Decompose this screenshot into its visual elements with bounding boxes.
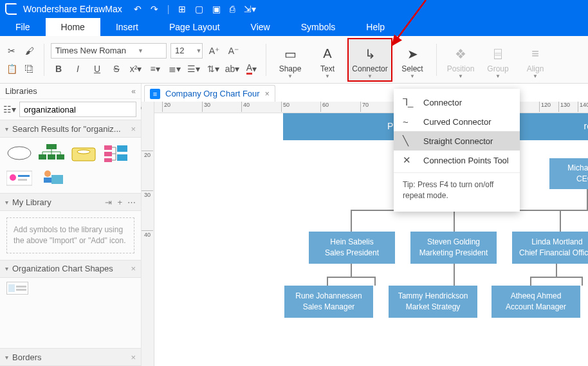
- save-icon[interactable]: ▣: [212, 4, 221, 14]
- points-icon: ✕: [403, 154, 414, 166]
- org-card-shape[interactable]: [6, 282, 28, 295]
- svg-rect-9: [104, 158, 112, 162]
- menu-file[interactable]: File: [0, 18, 46, 36]
- menu-help[interactable]: Help: [351, 18, 400, 36]
- shape-button[interactable]: ▭ Shape▼: [273, 39, 308, 80]
- ribbon: ✂ 📋 🖌 ⿻ Times New Roman▼ 12▼ A⁺ A⁻ B I U…: [0, 36, 588, 84]
- document-tab[interactable]: ≡ Company Org Chart Four ×: [144, 85, 275, 102]
- app-title: Wondershare EdrawMax: [23, 4, 122, 14]
- menu-straight-connector[interactable]: ╲Straight Connector: [394, 131, 520, 151]
- menu-home[interactable]: Home: [46, 18, 100, 36]
- svg-rect-3: [48, 154, 55, 160]
- close-icon[interactable]: ×: [131, 352, 136, 362]
- marketing-president-box[interactable]: Steven GoldingMarketing President: [410, 232, 497, 264]
- text-icon: A: [320, 46, 335, 62]
- menu-page-layout[interactable]: Page Layout: [154, 18, 235, 36]
- decrease-font-icon[interactable]: A⁻: [226, 43, 241, 59]
- ellipse-shape[interactable]: [6, 144, 32, 162]
- redo-icon[interactable]: ↷: [151, 4, 158, 14]
- scanner-shape[interactable]: [71, 144, 96, 162]
- align-button[interactable]: ≡ Align▼: [518, 39, 553, 80]
- bullets-icon[interactable]: ≡▾: [147, 61, 163, 77]
- account-manager-box[interactable]: Atheeq AhmedAccount Manager: [492, 286, 580, 318]
- panel-borders[interactable]: ▾ Borders ×: [0, 348, 141, 366]
- close-tab-icon[interactable]: ×: [265, 89, 270, 98]
- svg-rect-2: [39, 154, 46, 160]
- export-icon[interactable]: ⇲▾: [244, 4, 256, 14]
- panel-my-library[interactable]: ▾ My Library ⇥ + ⋯: [0, 193, 141, 211]
- desk-person-shape[interactable]: [39, 169, 64, 187]
- paste-icon[interactable]: 📋: [4, 61, 19, 77]
- sales-president-box[interactable]: Hein SabelisSales President: [309, 232, 395, 264]
- connector-dropdown: ⅂_Connector ~Curved Connector ╲Straight …: [394, 89, 520, 212]
- vertical-ruler: 20 30 40: [142, 102, 154, 366]
- select-button[interactable]: ➤ Select▼: [395, 39, 430, 80]
- new-icon[interactable]: ⊞: [178, 4, 186, 14]
- cfo-box[interactable]: Linda MortlandChief Financial Officer: [512, 232, 588, 264]
- superscript-icon[interactable]: x²▾: [128, 61, 143, 77]
- more-icon[interactable]: ⋯: [127, 197, 136, 207]
- format-painter-icon[interactable]: 🖌: [22, 43, 37, 59]
- menu-connection-points[interactable]: ✕Connection Points Tool: [394, 151, 520, 170]
- menu-curved-connector[interactable]: ~Curved Connector: [394, 112, 520, 131]
- shape-icon: ▭: [282, 46, 298, 62]
- linespacing-icon[interactable]: ⇅▾: [205, 61, 221, 77]
- search-result-shapes: [0, 138, 141, 193]
- market-strategy-box[interactable]: Tammy HendricksonMarket Strategy: [389, 286, 477, 318]
- chevron-down-icon: ▾: [5, 125, 8, 133]
- print-icon[interactable]: ⎙: [230, 4, 235, 14]
- position-button[interactable]: ❖ Position▼: [443, 39, 478, 80]
- orgchart-shape[interactable]: [39, 144, 64, 162]
- cut-icon[interactable]: ✂: [4, 43, 19, 59]
- quick-access-toolbar: ↶ ↷ | ⊞ ▢ ▣ ⎙ ⇲▾: [134, 4, 257, 14]
- ceo-box[interactable]: Michael D CEO: [549, 158, 588, 189]
- svg-rect-1: [46, 144, 57, 149]
- svg-rect-14: [18, 175, 30, 177]
- search-input[interactable]: [19, 102, 136, 117]
- undo-icon[interactable]: ↶: [134, 4, 142, 14]
- numbering-icon[interactable]: ≣▾: [167, 61, 182, 77]
- layers-icon: ❖: [453, 46, 468, 62]
- menu-view[interactable]: View: [235, 18, 286, 36]
- svg-rect-8: [104, 152, 112, 156]
- menu-connector[interactable]: ⅂_Connector: [394, 93, 520, 112]
- svg-rect-17: [44, 178, 51, 183]
- close-icon[interactable]: ×: [131, 264, 136, 273]
- svg-rect-4: [57, 154, 64, 160]
- import-icon[interactable]: ⇥: [105, 197, 112, 207]
- copy-icon[interactable]: ⿻: [22, 61, 37, 77]
- chevron-down-icon: ▾: [5, 199, 8, 206]
- sales-manager-box[interactable]: Rune JohannessenSales Manager: [284, 286, 373, 318]
- collapse-icon[interactable]: «: [131, 87, 136, 96]
- svg-rect-10: [117, 145, 127, 152]
- panel-search-results[interactable]: ▾ Search Results for "organiz... ×: [0, 120, 141, 138]
- svg-point-6: [77, 150, 90, 154]
- menu-insert[interactable]: Insert: [100, 18, 154, 36]
- menu-symbols[interactable]: Symbols: [286, 18, 351, 36]
- open-icon[interactable]: ▢: [195, 4, 203, 14]
- text-button[interactable]: A Text▼: [310, 39, 345, 80]
- structure-shape[interactable]: [103, 144, 129, 162]
- italic-icon[interactable]: I: [70, 61, 86, 77]
- connector-icon: ⅂_: [403, 96, 414, 108]
- add-icon[interactable]: +: [117, 197, 122, 207]
- underline-icon[interactable]: U: [89, 61, 105, 77]
- increase-font-icon[interactable]: A⁺: [207, 43, 222, 59]
- highlight-icon[interactable]: ab▾: [225, 61, 240, 77]
- align-icon[interactable]: ☰▾: [186, 61, 201, 77]
- canvas[interactable]: ≡ Company Org Chart Four × 20 30 40 50 6…: [142, 84, 588, 366]
- fontcolor-icon[interactable]: A▾: [244, 61, 259, 77]
- library-icon[interactable]: ☷▾: [4, 104, 15, 115]
- font-select[interactable]: Times New Roman▼: [51, 43, 167, 59]
- connector-button[interactable]: ↳ Connector▼: [347, 38, 392, 82]
- group-icon: ⌸: [490, 46, 506, 62]
- doc-icon: ≡: [150, 89, 160, 99]
- close-icon[interactable]: ×: [131, 124, 136, 134]
- chevron-down-icon: ▾: [5, 265, 8, 272]
- person-card-shape[interactable]: [6, 169, 32, 187]
- strike-icon[interactable]: S: [109, 61, 124, 77]
- group-button[interactable]: ⌸ Group▼: [481, 39, 515, 80]
- bold-icon[interactable]: B: [51, 61, 66, 77]
- panel-org-shapes[interactable]: ▾ Organization Chart Shapes ×: [0, 260, 141, 278]
- font-size-select[interactable]: 12▼: [170, 43, 203, 59]
